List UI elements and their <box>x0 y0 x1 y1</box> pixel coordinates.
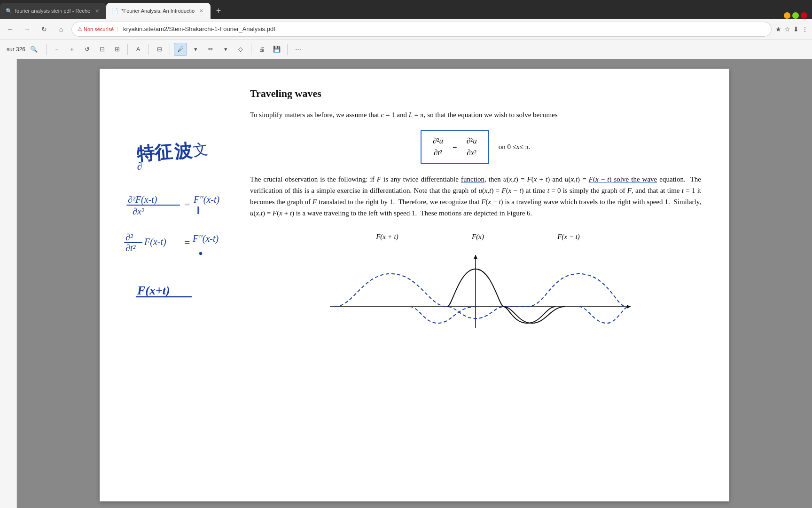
tab-close-1[interactable]: ✕ <box>93 7 101 15</box>
tab-bar: 🔍 fourier analysis stein pdf - Reche ✕ 📄… <box>0 0 812 19</box>
forward-button[interactable]: → <box>21 23 34 36</box>
text-tool-button[interactable]: A <box>132 43 145 56</box>
separator-6 <box>287 44 288 55</box>
address-bar: ← → ↻ ⌂ ⚠ Non sécurisé | kryakin.site/am… <box>0 19 812 40</box>
new-tab-button[interactable]: + <box>211 3 226 19</box>
main-content: 特征 波 文 ∂ ∂²F(x-t) ∂x² = F''(x-t) ‖ ∂² <box>0 59 812 508</box>
fraction-right: ∂²u ∂x² <box>467 136 477 158</box>
equation-box: ∂²u ∂t² = ∂²u ∂x² <box>421 130 489 164</box>
pdf-toolbar: sur 326 🔍 − + ↺ ⊡ ⊞ A ⊟ 🖊 ▾ ✏ ▾ ◇ 🖨 💾 ⋯ <box>0 40 812 59</box>
svg-text:F''(x-t): F''(x-t) <box>193 194 220 205</box>
page-info-text: sur 326 <box>7 46 25 53</box>
fraction-left-den: ∂t² <box>434 147 442 158</box>
fraction-right-num: ∂²u <box>467 136 477 147</box>
menu-icon[interactable]: ⋮ <box>802 25 808 33</box>
page-info-group: sur 326 🔍 <box>5 43 42 56</box>
zoom-in-button[interactable]: + <box>65 43 78 56</box>
separator-4 <box>170 44 170 55</box>
address-url: kryakin.site/am2/Stein-Shakarchi-1-Fouri… <box>123 25 765 32</box>
tab-pdf[interactable]: 📄 *Fourier Analysis: An Introductio ✕ <box>106 3 211 19</box>
separator: | <box>117 26 118 32</box>
home-button[interactable]: ⌂ <box>55 23 68 36</box>
section-title: Traveling waves <box>250 87 701 100</box>
svg-text:=: = <box>184 237 190 248</box>
draw-button[interactable]: ✏ <box>204 43 217 56</box>
zoom-out-button[interactable]: − <box>50 43 63 56</box>
rotate-button[interactable]: ↺ <box>80 43 94 56</box>
print-button[interactable]: 🖨 <box>255 43 268 56</box>
svg-text:F''(x-t): F''(x-t) <box>192 233 219 244</box>
label-fx: F(x) <box>472 233 484 241</box>
handwriting-svg: 特征 波 文 ∂ ∂²F(x-t) ∂x² = F''(x-t) ‖ ∂² <box>118 135 250 370</box>
fraction-left-num: ∂²u <box>433 136 443 147</box>
equation-display: ∂²u ∂t² = ∂²u ∂x² on 0 ≤ x ≤ π. <box>250 130 701 164</box>
tab-favicon-2: 📄 <box>112 8 118 14</box>
separator-3 <box>148 44 149 55</box>
browser-chrome: 🔍 fourier analysis stein pdf - Reche ✕ 📄… <box>0 0 812 40</box>
svg-marker-22 <box>474 255 477 259</box>
back-button[interactable]: ← <box>4 23 17 36</box>
svg-text:文: 文 <box>192 140 209 159</box>
svg-text:∂²: ∂² <box>125 232 133 242</box>
download-icon[interactable]: ⬇ <box>793 25 799 33</box>
layout-button[interactable]: ⊞ <box>110 43 124 56</box>
separator-5 <box>251 44 251 55</box>
tab-label-1: fourier analysis stein pdf - Reche <box>15 8 90 14</box>
sidebar-left <box>0 59 17 508</box>
fraction-left: ∂²u ∂t² <box>433 136 443 158</box>
window-controls <box>784 12 807 19</box>
separator-2 <box>127 44 128 55</box>
svg-text:F(x-t): F(x-t) <box>144 237 166 247</box>
address-icons: ★ ☆ ⬇ ⋮ <box>775 25 808 33</box>
svg-text:‖: ‖ <box>196 206 200 214</box>
minimize-button[interactable] <box>784 12 790 19</box>
security-warning: ⚠ Non sécurisé | <box>78 26 120 32</box>
svg-text:∂t²: ∂t² <box>125 243 136 253</box>
wave-figure-svg <box>316 246 635 340</box>
more-button[interactable]: ⋯ <box>291 43 304 56</box>
reload-button[interactable]: ↻ <box>38 23 51 36</box>
svg-text:∂²F(x-t): ∂²F(x-t) <box>128 194 157 205</box>
restore-button[interactable] <box>792 12 799 19</box>
on-text: on 0 ≤ x ≤ π. <box>499 143 531 151</box>
close-window-button[interactable] <box>801 12 807 19</box>
pdf-viewer[interactable]: 特征 波 文 ∂ ∂²F(x-t) ∂x² = F''(x-t) ‖ ∂² <box>17 59 812 508</box>
shape-button[interactable]: ◇ <box>234 43 247 56</box>
view-mode-button[interactable]: ⊟ <box>153 43 166 56</box>
save-button[interactable]: 💾 <box>270 43 283 56</box>
tab-spacer <box>226 12 812 19</box>
security-label: Non sécurisé <box>84 26 114 32</box>
highlight-button[interactable]: 🖊 <box>174 43 187 56</box>
tab-close-2[interactable]: ✕ <box>197 7 205 15</box>
label-fx-plus-t: F(x + t) <box>376 233 398 241</box>
equals-sign: = <box>453 143 457 152</box>
pdf-page: 特征 波 文 ∂ ∂²F(x-t) ∂x² = F''(x-t) ‖ ∂² <box>100 69 729 501</box>
search-pdf-button[interactable]: 🔍 <box>27 43 40 56</box>
figure-area: F(x + t) F(x) F(x − t) <box>250 233 701 340</box>
tab-label-2: *Fourier Analysis: An Introductio <box>121 8 195 14</box>
tab-favicon-1: 🔍 <box>6 8 12 14</box>
label-fx-minus-t: F(x − t) <box>557 233 580 241</box>
fit-page-button[interactable]: ⊡ <box>95 43 109 56</box>
fraction-right-den: ∂x² <box>467 147 476 158</box>
address-input-wrapper[interactable]: ⚠ Non sécurisé | kryakin.site/am2/Stein-… <box>71 22 772 37</box>
svg-text:波: 波 <box>173 141 194 162</box>
tab-search[interactable]: 🔍 fourier analysis stein pdf - Reche ✕ <box>0 3 106 19</box>
figure-labels: F(x + t) F(x) F(x − t) <box>320 233 631 241</box>
svg-text:∂: ∂ <box>137 160 142 172</box>
svg-text:=: = <box>184 198 190 210</box>
draw-dropdown[interactable]: ▾ <box>219 43 232 56</box>
para2: The crucial observation is the following… <box>250 174 701 219</box>
bookmark-icon[interactable]: ☆ <box>784 25 790 33</box>
svg-point-16 <box>200 253 202 254</box>
highlight-dropdown[interactable]: ▾ <box>189 43 202 56</box>
warning-icon: ⚠ <box>78 26 82 32</box>
profile-icon[interactable]: ★ <box>775 25 781 33</box>
para1: To simplify matters as before, we assume… <box>250 109 701 120</box>
svg-text:∂x²: ∂x² <box>133 206 145 216</box>
svg-text:F(x+t): F(x+t) <box>137 284 170 297</box>
svg-marker-20 <box>627 305 631 309</box>
separator-1 <box>46 44 47 55</box>
